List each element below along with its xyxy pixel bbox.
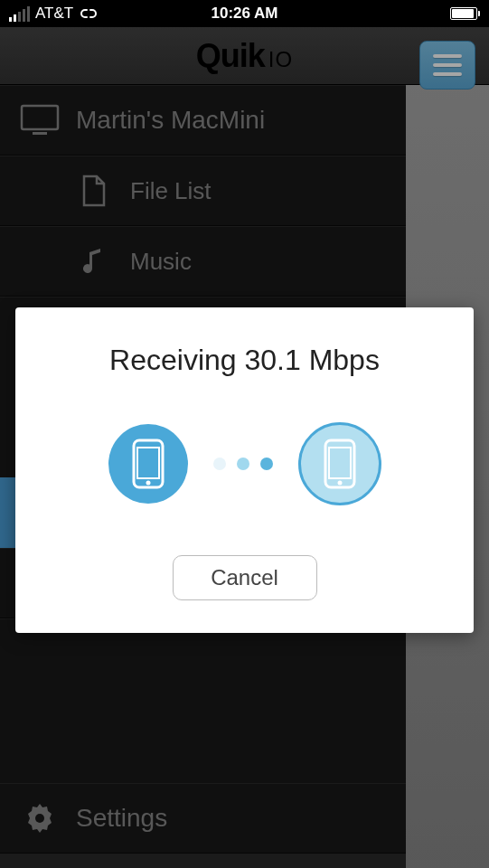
svg-point-18 <box>146 481 150 486</box>
svg-rect-20 <box>329 448 351 478</box>
source-device-icon <box>108 424 188 504</box>
signal-strength-icon <box>9 6 30 22</box>
svg-rect-17 <box>137 448 159 478</box>
battery-icon <box>450 7 480 20</box>
transfer-animation <box>42 422 447 505</box>
personal-hotspot-icon <box>79 7 99 20</box>
status-time: 10:26 AM <box>211 5 277 23</box>
carrier-label: AT&T <box>35 5 73 23</box>
cancel-button[interactable]: Cancel <box>173 555 317 600</box>
app-container: QuikIO Martin's MacMini File List Music <box>0 27 489 868</box>
modal-title: Receiving 30.1 Mbps <box>42 344 447 377</box>
status-bar: AT&T 10:26 AM <box>0 0 489 27</box>
target-device-icon <box>298 422 381 505</box>
transfer-modal: Receiving 30.1 Mbps Cancel <box>15 307 474 633</box>
transfer-dots-icon <box>213 458 273 470</box>
svg-point-21 <box>337 481 342 486</box>
status-left: AT&T <box>9 5 99 23</box>
